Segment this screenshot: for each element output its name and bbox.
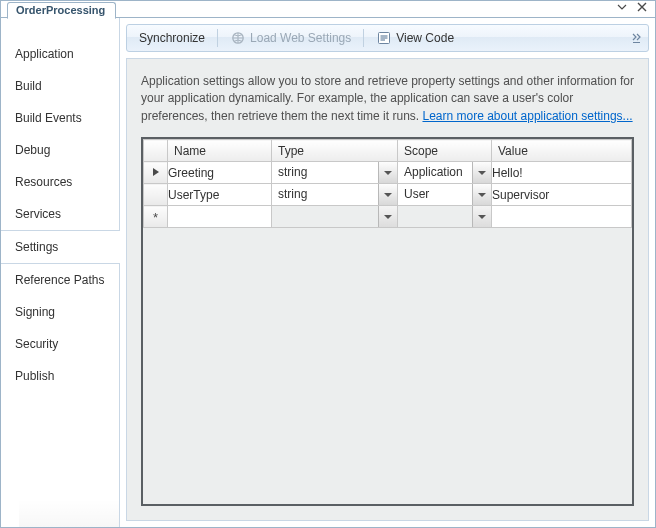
column-header-value[interactable]: Value [492,140,632,162]
table-row[interactable]: UserType string User [144,184,632,206]
dropdown-button[interactable] [378,162,397,183]
scope-value [398,206,472,227]
toolbar-separator [217,29,218,47]
close-button[interactable] [637,2,651,15]
cell-value[interactable] [492,206,632,228]
sidebar-item-security[interactable]: Security [1,328,119,360]
cell-name[interactable] [168,206,272,228]
synchronize-button[interactable]: Synchronize [131,29,213,47]
sidebar-item-settings[interactable]: Settings [1,230,119,264]
view-code-icon [376,30,392,46]
sidebar-item-debug[interactable]: Debug [1,134,119,166]
chevron-down-icon [384,193,392,197]
cell-value[interactable]: Hello! [492,162,632,184]
sidebar-item-reference-paths[interactable]: Reference Paths [1,264,119,296]
dropdown-button[interactable] [472,184,491,205]
column-header-type[interactable]: Type [272,140,398,162]
dropdown-button[interactable] [378,206,397,227]
row-header[interactable] [144,184,168,206]
description-text: Application settings allow you to store … [141,73,634,125]
learn-more-link[interactable]: Learn more about application settings... [422,109,632,123]
load-web-settings-button: Load Web Settings [222,28,359,48]
sidebar-item-application[interactable]: Application [1,38,119,70]
titlebar: OrderProcessing [1,1,655,18]
scope-value: User [398,184,472,205]
cell-value[interactable]: Supervisor [492,184,632,206]
sidebar: Application Build Build Events Debug Res… [1,18,120,527]
sidebar-item-resources[interactable]: Resources [1,166,119,198]
table-row-new[interactable]: * [144,206,632,228]
window-menu-button[interactable] [617,2,631,15]
svg-rect-2 [633,42,640,43]
toolbar-separator [363,29,364,47]
cell-type[interactable]: string [272,162,398,184]
sidebar-item-publish[interactable]: Publish [1,360,119,392]
current-row-icon [152,166,160,180]
chevron-down-icon [478,171,486,175]
view-code-button[interactable]: View Code [368,28,462,48]
view-code-label: View Code [396,31,454,45]
sidebar-item-services[interactable]: Services [1,198,119,230]
settings-panel: Application settings allow you to store … [126,58,649,521]
cell-name[interactable]: UserType [168,184,272,206]
dropdown-button[interactable] [472,206,491,227]
grid-empty-area [143,228,632,506]
dropdown-button[interactable] [472,162,491,183]
cell-scope[interactable] [398,206,492,228]
column-header-name[interactable]: Name [168,140,272,162]
toolbar: Synchronize Load Web Settings [126,24,649,52]
chevron-down-icon [384,171,392,175]
chevron-down-icon [478,215,486,219]
toolbar-overflow-button[interactable] [630,29,644,47]
load-web-settings-label: Load Web Settings [250,31,351,45]
cell-name[interactable]: Greeting [168,162,272,184]
new-row-icon: * [153,209,158,224]
type-value [272,206,378,227]
globe-icon [230,30,246,46]
scope-value: Application [398,162,472,183]
cell-scope[interactable]: User [398,184,492,206]
settings-grid[interactable]: Name Type Scope Value [141,137,634,506]
table-row[interactable]: Greeting string Application [144,162,632,184]
cell-scope[interactable]: Application [398,162,492,184]
row-header[interactable] [144,162,168,184]
cell-type[interactable] [272,206,398,228]
row-selector-header [144,140,168,162]
cell-type[interactable]: string [272,184,398,206]
sidebar-item-build[interactable]: Build [1,70,119,102]
project-designer-window: OrderProcessing Application Build Build … [0,0,656,528]
dropdown-button[interactable] [378,184,397,205]
chevron-down-icon [478,193,486,197]
chevron-down-icon [384,215,392,219]
type-value: string [272,184,378,205]
type-value: string [272,162,378,183]
sidebar-item-signing[interactable]: Signing [1,296,119,328]
sidebar-item-build-events[interactable]: Build Events [1,102,119,134]
column-header-scope[interactable]: Scope [398,140,492,162]
synchronize-label: Synchronize [139,31,205,45]
row-header[interactable]: * [144,206,168,228]
